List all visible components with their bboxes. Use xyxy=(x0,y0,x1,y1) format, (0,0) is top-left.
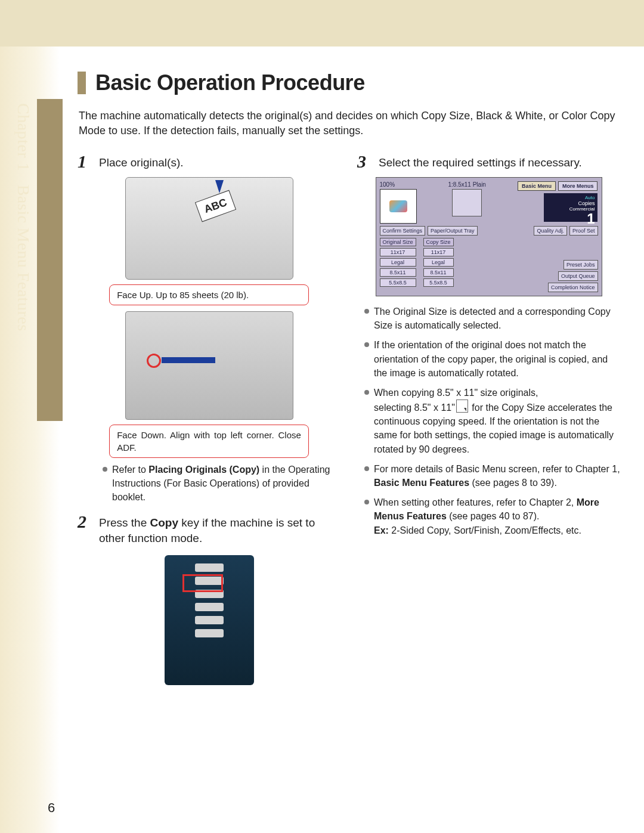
preset-jobs-button: Preset Jobs xyxy=(564,260,598,270)
panel-button xyxy=(195,629,224,637)
tab-more-menus: More Menus xyxy=(558,181,598,191)
completion-notice-button: Completion Notice xyxy=(548,283,598,292)
arrow-right-icon xyxy=(162,357,215,363)
step-2-text: Press the Copy key if the machine is set… xyxy=(99,513,340,547)
original-size-list: Original Size 11x17 Legal 8.5x11 5.5x8.5 xyxy=(380,238,416,287)
step-3-bullets: The Original Size is detected and a corr… xyxy=(361,305,620,537)
page-number: 6 xyxy=(48,800,55,816)
paper-current: 1:8.5x11 Plain xyxy=(448,181,486,188)
b3-line1: When copying 8.5" x 11" size originals, xyxy=(374,388,538,398)
auto-indicator: Auto xyxy=(585,195,595,200)
intro-paragraph: The machine automatically detects the or… xyxy=(79,109,620,138)
adf-illustration xyxy=(125,177,293,280)
manual-page: Chapter 1 Basic Menu Features Basic Oper… xyxy=(0,47,644,833)
copies-label: Copies xyxy=(578,200,595,206)
zoom-value: 100% xyxy=(380,181,417,188)
page-title: Basic Operation Procedure xyxy=(95,70,365,95)
confirm-settings-button: Confirm Settings xyxy=(380,226,426,236)
step-3-text: Select the required settings if necessar… xyxy=(379,153,582,171)
note-bold: Placing Originals (Copy) xyxy=(148,465,259,475)
control-panel-illustration xyxy=(165,555,254,685)
s2-bold: Copy xyxy=(150,516,179,529)
paper-output-tray-button: Paper/Output Tray xyxy=(428,226,478,236)
title-accent xyxy=(78,72,86,94)
size-option: 11x17 xyxy=(380,248,416,256)
b5-post: (see pages 40 to 87). xyxy=(447,511,540,521)
left-column: 1 Place original(s). Face Up. Up to 85 s… xyxy=(78,153,340,685)
note-prefix: Refer to xyxy=(112,465,148,475)
size-option: 8.5x11 xyxy=(380,268,416,277)
step-3: 3 Select the required settings if necess… xyxy=(357,153,620,171)
step-2: 2 Press the Copy key if the machine is s… xyxy=(78,513,340,547)
b4-bold: Basic Menu Features xyxy=(374,478,469,488)
b4-post: (see pages 8 to 39). xyxy=(469,478,557,488)
copy-key-highlight xyxy=(182,574,223,592)
bullet-more-menus-ref: When setting other features, refer to Ch… xyxy=(364,496,620,537)
copy-size-header: Copy Size xyxy=(423,238,454,246)
copies-display: Auto Copies Commercial 1 xyxy=(544,193,597,222)
copies-value: 1 xyxy=(587,212,595,226)
s2-prefix: Press the xyxy=(99,516,150,529)
lcd-screenshot: 100% 1:8.5x11 Plain Basic Menu More Menu… xyxy=(376,177,602,296)
panel-button xyxy=(195,563,224,572)
step-1-number: 1 xyxy=(78,153,91,171)
bullet-auto-size: The Original Size is detected and a corr… xyxy=(364,305,620,332)
panel-button xyxy=(195,616,224,624)
title-row: Basic Operation Procedure xyxy=(78,70,620,95)
preview-thumbnail xyxy=(380,189,417,224)
step-2-number: 2 xyxy=(78,513,91,531)
right-column: 3 Select the required settings if necess… xyxy=(357,153,620,685)
quality-adj-button: Quality Adj. xyxy=(534,226,567,236)
panel-button xyxy=(195,603,224,611)
platen-illustration xyxy=(125,311,293,420)
tray-icon xyxy=(452,189,482,216)
b3-pre: selecting 8.5" x 11" xyxy=(374,402,455,413)
size-option: 5.5x8.5 xyxy=(380,278,416,287)
size-option: Legal xyxy=(380,258,416,267)
size-option: 5.5x8.5 xyxy=(423,278,454,287)
bullet-copy-size: When copying 8.5" x 11" size originals, … xyxy=(364,386,620,456)
callout-face-up: Face Up. Up to 85 sheets (20 lb). xyxy=(109,284,309,305)
b5-ex: 2-Sided Copy, Sort/Finish, Zoom/Effects,… xyxy=(389,525,581,535)
b5-pre: When setting other features, refer to Ch… xyxy=(374,497,577,507)
bullet-orientation: If the orientation of the original does … xyxy=(364,338,620,380)
bullet-basic-menu-ref: For more details of Basic Menu screen, r… xyxy=(364,462,620,490)
copy-size-list: Copy Size 11x17 Legal 8.5x11 5.5x8.5 xyxy=(423,238,454,287)
original-size-header: Original Size xyxy=(380,238,416,246)
size-option: 11x17 xyxy=(423,248,454,256)
step-1-text: Place original(s). xyxy=(99,153,184,171)
top-band xyxy=(0,0,644,47)
content: Basic Operation Procedure The machine au… xyxy=(0,47,644,685)
step-1-notes: Refer to Placing Originals (Copy) in the… xyxy=(99,463,340,504)
note-placing-originals: Refer to Placing Originals (Copy) in the… xyxy=(103,463,340,504)
size-option: 8.5x11 xyxy=(423,268,454,277)
step-1: 1 Place original(s). xyxy=(78,153,340,171)
size-option: Legal xyxy=(423,258,454,267)
columns: 1 Place original(s). Face Up. Up to 85 s… xyxy=(78,153,620,685)
portrait-page-icon xyxy=(456,400,468,413)
tab-basic-menu: Basic Menu xyxy=(518,181,556,191)
output-queue-button: Output Queue xyxy=(558,271,598,281)
step-3-number: 3 xyxy=(357,153,370,171)
callout-face-down: Face Down. Align with top left corner. C… xyxy=(109,425,309,458)
arrow-down-icon xyxy=(215,180,224,193)
b5-ex-label: Ex: xyxy=(374,525,389,535)
b4-pre: For more details of Basic Menu screen, r… xyxy=(374,464,620,474)
proof-set-button: Proof Set xyxy=(569,226,598,236)
